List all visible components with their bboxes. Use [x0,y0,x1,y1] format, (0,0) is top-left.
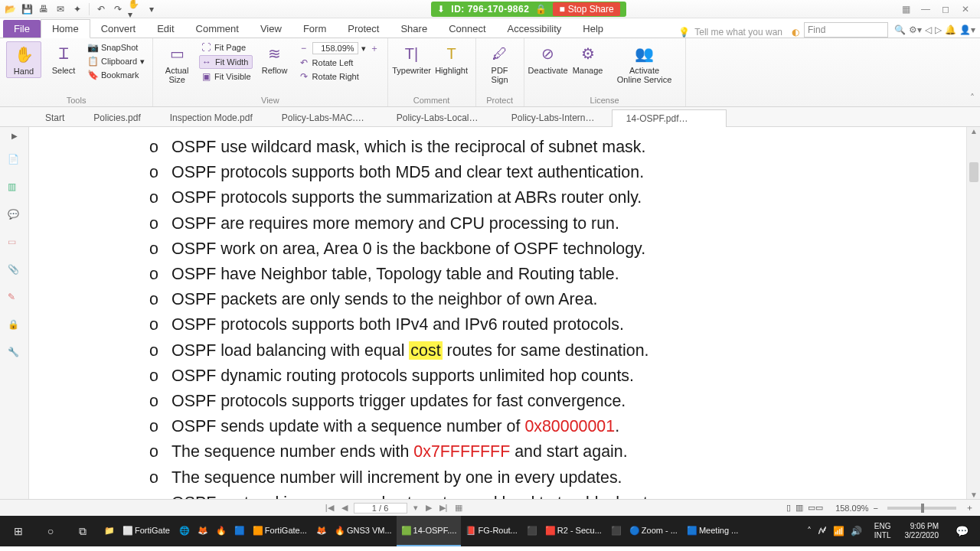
cortana-icon[interactable]: ○ [35,516,66,546]
taskbar-item[interactable]: 📕FG-Rout... [461,516,521,546]
actual-size-button[interactable]: ▭Actual Size [159,41,194,86]
taskbar-item[interactable]: ⬛ [606,516,625,546]
tray-lang[interactable]: ENGINTL [868,522,897,540]
tray-clock[interactable]: 9:06 PM3/22/2020 [899,522,946,540]
doc-tab[interactable]: Inspection Mode.pdf [155,109,267,126]
taskview-icon[interactable]: ⧉ [67,516,98,546]
redo-icon[interactable]: ↷ [111,2,125,16]
doc-tab[interactable]: Policy-Labs-Internet S... [497,109,612,126]
menu-convert[interactable]: Convert [90,20,147,37]
deactivate-button[interactable]: ⊘Deactivate [531,41,566,77]
rotate-right-button[interactable]: ↷Rotate Right [297,70,381,83]
attachments-icon[interactable]: 📎 [8,264,21,278]
viewmode-facing-icon[interactable]: ▭▭ [808,503,823,513]
hand-qat-icon[interactable]: ✋▾ [128,2,142,16]
taskbar-item[interactable]: 📁 [100,516,118,546]
pdf-sign-button[interactable]: 🖊PDF Sign [482,41,518,86]
expand-nav-icon[interactable]: ▶ [11,132,18,140]
viewmode-cont-icon[interactable]: ▥ [795,503,803,513]
maximize-icon[interactable]: ◻ [939,4,952,15]
email-icon[interactable]: ✉ [54,2,67,16]
document-page[interactable]: oOSPF use wildcard mask, which is the re… [29,127,966,499]
doc-tab[interactable]: Policy-Labs-MAC.pdf [267,109,382,126]
menu-connect[interactable]: Connect [438,20,496,37]
menu-protect[interactable]: Protect [337,20,390,37]
taskbar-item[interactable]: 🟦 [230,516,248,546]
pages-icon[interactable]: 📄 [8,154,21,168]
manage-button[interactable]: ⚙Manage [570,41,606,77]
rotate-left-button[interactable]: ↶Rotate Left [297,57,381,69]
collapse-ribbon-icon[interactable]: ˄ [965,38,980,106]
taskbar-item[interactable]: 🦊 [312,516,330,546]
last-page-icon[interactable]: ▶| [438,503,449,513]
taskbar-item[interactable]: 🌐 [175,516,193,546]
zoom-control[interactable]: −158.09%▾＋ [297,41,381,55]
doc-tab[interactable]: Policies.pdf [79,109,155,126]
signatures-icon[interactable]: ✎ [8,292,21,305]
bookmark-button[interactable]: 🔖Bookmark [86,69,146,81]
sync-icon[interactable]: ◐ [787,27,804,37]
doc-tab[interactable]: Policy-Labs-LocalUser.... [382,109,497,126]
menu-help[interactable]: Help [572,20,614,37]
page-dropdown-icon[interactable]: ▾ [412,503,420,513]
taskbar-item[interactable]: 🔥GNS3 VM... [330,516,397,546]
page-number-box[interactable]: 1 / 6 [354,503,407,514]
typewriter-button[interactable]: T|Typewriter [394,41,430,77]
bell-icon[interactable]: 🔔 [945,24,956,35]
taskbar-item[interactable]: 🟥R2 - Secu... [541,516,606,546]
ribbon-display-icon[interactable]: ▦ [899,4,913,15]
fit-page-button[interactable]: ⛶Fit Page [199,41,252,54]
next-page-icon[interactable]: ▶ [424,503,433,513]
reflow-button[interactable]: ≋Reflow [257,41,292,77]
nav-prev-icon[interactable]: ◁ [925,24,932,35]
comments-icon[interactable]: 💬 [8,209,21,223]
thumbnail-icon[interactable]: ▦ [453,503,464,513]
close-window-icon[interactable]: ✕ [959,4,972,15]
user-icon[interactable]: 👤▾ [959,24,975,35]
close-tab-icon[interactable]: ✕ [710,113,717,124]
menu-comment[interactable]: Comment [185,20,250,37]
tell-me-box[interactable]: 💡Tell me what you wan [674,27,787,37]
zoom-out-icon[interactable]: − [874,504,878,513]
vertical-scrollbar[interactable]: ▲ ▼ [966,127,980,499]
taskbar-item[interactable]: ⬛ [522,516,541,546]
new-icon[interactable]: ✦ [70,2,84,16]
menu-form[interactable]: Form [292,20,337,37]
taskbar-item[interactable]: ⬜FortiGate [118,516,175,546]
security-icon[interactable]: 🔒 [8,319,21,333]
first-page-icon[interactable]: |◀ [324,503,335,513]
tab-start[interactable]: Start [31,109,79,126]
hand-tool-button[interactable]: ✋Hand [6,41,41,78]
menu-home[interactable]: Home [41,19,90,38]
menu-edit[interactable]: Edit [146,20,185,37]
clipboard-button[interactable]: 📋Clipboard▾ [86,55,146,67]
zoom-in-icon[interactable]: ＋ [965,502,974,514]
minimize-icon[interactable]: ― [919,4,933,15]
notifications-icon[interactable]: 💬 [946,516,977,546]
open-icon[interactable]: 📂 [3,2,17,16]
doc-tab[interactable]: 14-OSPF.pdf✕ [612,109,727,127]
viewmode-single-icon[interactable]: ▯ [786,503,791,513]
menu-accessibility[interactable]: Accessibility [497,20,573,37]
start-button[interactable]: ⊞ [3,516,34,546]
taskbar-item[interactable]: 🦊 [193,516,211,546]
save-icon[interactable]: 💾 [20,2,34,16]
activate-online-button[interactable]: 👥Activate Online Service [610,41,679,86]
fix-icon[interactable]: 🔧 [8,347,21,360]
qat-more-icon[interactable]: ▾ [145,2,158,16]
settings-icon[interactable]: ⚙▾ [909,24,922,35]
zoom-slider[interactable] [887,507,956,510]
menu-view[interactable]: View [250,20,292,37]
highlight-button[interactable]: THighlight [434,41,469,77]
fit-visible-button[interactable]: ▣Fit Visible [199,70,252,83]
taskbar-item[interactable]: 🟩14-OSPF.... [397,516,462,546]
taskbar-item[interactable]: 🟧FortiGate... [248,516,312,546]
stop-share-button[interactable]: ■ Stop Share [553,2,619,16]
fit-width-button[interactable]: ↔Fit Width [199,55,252,69]
stamps-icon[interactable]: ▭ [8,236,21,250]
select-tool-button[interactable]: ᏆSelect [46,41,81,77]
taskbar-item[interactable]: 🟦Meeting ... [682,516,743,546]
search-icon[interactable]: 🔍 [894,24,906,35]
prev-page-icon[interactable]: ◀ [340,503,349,513]
taskbar-item[interactable]: 🔵Zoom - ... [625,516,682,546]
